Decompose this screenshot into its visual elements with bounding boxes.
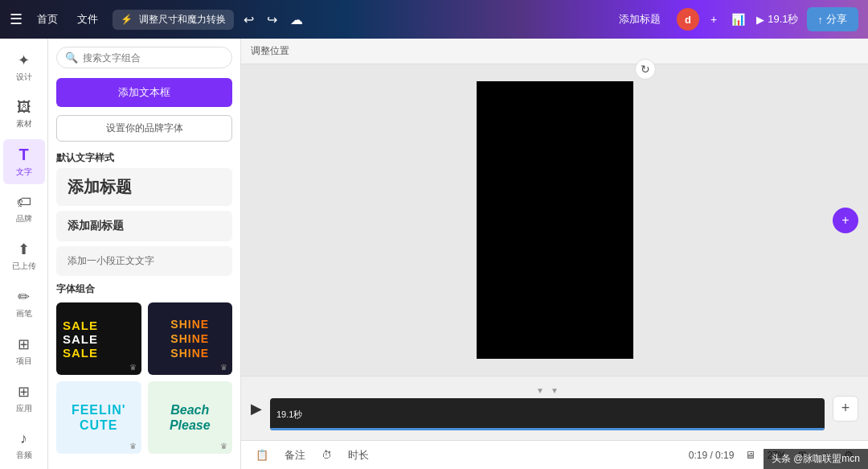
font-combo-sale[interactable]: SALE SALE SALE ♛ [56, 302, 141, 375]
topbar: ☰ 首页 文件 ⚡ 调整尺寸和魔力转换 ↩ ↪ ☁ 添加标题 d + 📊 ▶ 1… [0, 0, 868, 39]
sale-line-2: SALE [63, 332, 98, 346]
redo-icon[interactable]: ↪ [264, 9, 280, 31]
font-combo-shine[interactable]: SHINE SHINE SHINE ♛ [148, 302, 233, 375]
search-box[interactable]: 🔍 [56, 47, 232, 68]
sidebar-item-assets[interactable]: 🖼 素材 [3, 93, 45, 136]
menu-icon[interactable]: ☰ [10, 10, 23, 28]
timeline-add-button[interactable]: + [833, 396, 858, 422]
font-combo-feelin[interactable]: FEELIN'CUTE ♛ [56, 381, 141, 454]
add-body-item[interactable]: 添加一小段正文文字 [56, 246, 232, 276]
sidebar-item-uploads[interactable]: ⬆ 已上传 [3, 234, 45, 278]
assets-icon: 🖼 [17, 99, 31, 116]
project-title: 调整尺寸和魔力转换 [139, 13, 226, 27]
sidebar-item-audio[interactable]: ♪ 音频 [3, 424, 45, 467]
plus-icon[interactable]: + [707, 10, 720, 29]
canvas-frame[interactable]: ↻ [477, 81, 633, 359]
nav-file[interactable]: 文件 [69, 9, 106, 30]
timeline-play-button[interactable]: ▶ [251, 400, 262, 418]
text-icon: T [18, 146, 28, 164]
share-button[interactable]: ↑ 分享 [807, 7, 859, 31]
sale-line-3: SALE [63, 346, 98, 360]
apps-icon: ⊞ [18, 383, 30, 401]
timeline-track-label: 19.1秒 [276, 409, 302, 421]
chart-icon[interactable]: 📊 [728, 10, 748, 29]
float-action-button[interactable]: + [833, 208, 858, 233]
sidebar-item-assets-label: 素材 [16, 118, 32, 130]
add-title-item[interactable]: 添加标题 [56, 168, 232, 206]
screen-icon[interactable]: 🖥 [740, 447, 760, 463]
adjust-position-label: 调整位置 [251, 44, 289, 58]
sidebar-item-design[interactable]: ✦ 设计 [3, 45, 45, 89]
sidebar-item-apps-label: 应用 [16, 403, 32, 414]
topbar-right: 添加标题 d + 📊 ▶ 19.1秒 ↑ 分享 [611, 7, 858, 31]
search-area: 🔍 [48, 39, 240, 73]
sidebar-item-brand[interactable]: 🏷 品牌 [3, 187, 45, 231]
sidebar-item-projects[interactable]: ⊞ 项目 [3, 329, 45, 373]
font-combo-beach[interactable]: BeachPlease ♛ [148, 381, 233, 454]
time-display: 0:19 / 0:19 [689, 450, 735, 461]
brand-icon: 🏷 [17, 194, 31, 211]
timeline-track[interactable]: 19.1秒 [270, 398, 825, 430]
watermark: 头条 @脉咖联盟mcn [764, 449, 868, 469]
feelin-crown: ♛ [129, 442, 137, 450]
feelin-text: FEELIN'CUTE [72, 402, 126, 433]
search-icon: 🔍 [65, 51, 78, 64]
time-label[interactable]: 时长 [343, 446, 374, 464]
sidebar-item-text-label: 文字 [16, 167, 32, 178]
timeline-indicator-2[interactable]: ▼ [551, 386, 559, 395]
sidebar-item-brush-label: 画笔 [16, 308, 32, 319]
notes-icon[interactable]: 📋 [251, 447, 273, 463]
shine-crown: ♛ [220, 363, 227, 372]
projects-icon: ⊞ [18, 335, 30, 353]
timeline-track-container: ▼ ▼ 19.1秒 [270, 386, 825, 430]
sale-line-1: SALE [63, 319, 98, 332]
sidebar-item-design-label: 设计 [16, 72, 32, 83]
beach-crown: ♛ [220, 442, 227, 450]
sale-crown: ♛ [129, 363, 137, 372]
add-subtitle-item[interactable]: 添加副标题 [56, 211, 232, 241]
cloud-icon: ☁ [287, 9, 306, 31]
timeline-progress-bar [270, 428, 825, 430]
text-panel: 🔍 添加文本框 设置你的品牌字体 默认文字样式 添加标题 添加副标题 添加一小段… [48, 39, 241, 469]
sidebar-item-brand-label: 品牌 [16, 213, 32, 224]
audio-icon: ♪ [20, 430, 27, 447]
timeline-indicators: ▼ ▼ [270, 386, 825, 395]
default-style-title: 默认文字样式 [48, 145, 240, 168]
bottom-bar-left: 📋 备注 ⏱ 时长 [251, 446, 374, 464]
font-combos-grid: SALE SALE SALE ♛ SHINE SHINE SHINE ♛ FEE… [48, 299, 240, 462]
canvas-refresh-button[interactable]: ↻ [635, 59, 656, 80]
sidebar-item-projects-label: 项目 [16, 356, 32, 367]
project-title-bar[interactable]: ⚡ 调整尺寸和魔力转换 [113, 10, 234, 30]
shine-line-2: SHINE [170, 332, 209, 345]
uploads-icon: ⬆ [18, 241, 30, 258]
topbar-left: ☰ 首页 文件 ⚡ 调整尺寸和魔力转换 ↩ ↪ ☁ [10, 9, 306, 31]
time-icon[interactable]: ⏱ [317, 447, 337, 463]
nav-home[interactable]: 首页 [29, 9, 66, 30]
set-brand-font-button[interactable]: 设置你的品牌字体 [56, 115, 232, 142]
search-input[interactable] [83, 52, 223, 64]
avatar[interactable]: d [677, 8, 699, 31]
add-text-frame-button[interactable]: 添加文本框 [56, 78, 232, 107]
beach-text: BeachPlease [170, 402, 211, 433]
brush-icon: ✏ [18, 288, 30, 306]
shine-line-1: SHINE [170, 318, 209, 331]
canvas-main: ↻ + [241, 64, 868, 376]
share-icon: ↑ [818, 14, 824, 26]
play-icon: ▶ [756, 14, 764, 26]
sidebar-item-audio-label: 音频 [16, 450, 32, 461]
add-title-button[interactable]: 添加标题 [611, 9, 669, 30]
magic-icon: ⚡ [121, 14, 133, 25]
timeline-indicator-1[interactable]: ▼ [536, 386, 544, 395]
canvas-top-bar: 调整位置 [241, 39, 868, 64]
sidebar-item-text[interactable]: T 文字 [3, 139, 45, 184]
play-button[interactable]: ▶ 19.1秒 [756, 12, 798, 27]
font-combos-title: 字体组合 [48, 276, 240, 299]
sidebar-item-uploads-label: 已上传 [12, 261, 36, 272]
sidebar-item-brush[interactable]: ✏ 画笔 [3, 282, 45, 326]
undo-icon[interactable]: ↩ [240, 9, 257, 31]
design-icon: ✦ [18, 51, 30, 69]
timeline: ▶ ▼ ▼ 19.1秒 + [241, 376, 868, 440]
sidebar-item-apps[interactable]: ⊞ 应用 [3, 376, 45, 421]
topbar-nav: 首页 文件 [29, 9, 106, 30]
notes-label[interactable]: 备注 [280, 446, 310, 464]
